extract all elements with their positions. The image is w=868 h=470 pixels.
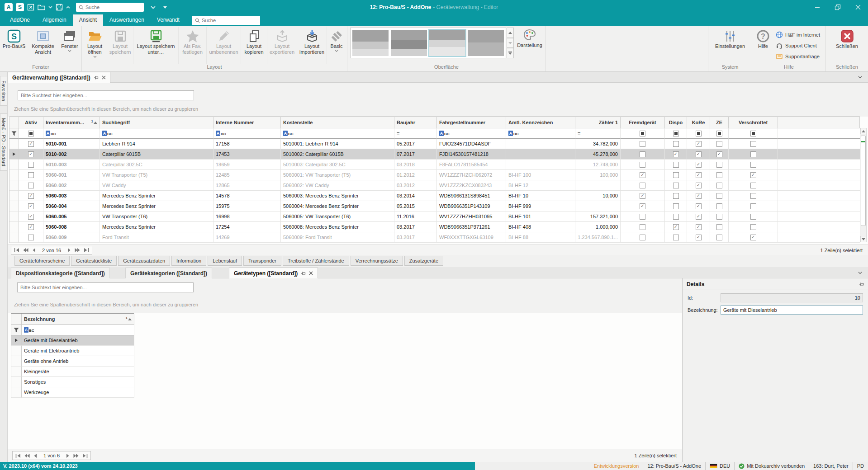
column-header-aktiv[interactable]: Aktiv bbox=[19, 117, 43, 128]
tab-auswertungen[interactable]: Auswertungen bbox=[103, 14, 151, 26]
kore-checkbox[interactable] bbox=[696, 235, 702, 240]
ribbon-button-basic[interactable]: Basic bbox=[327, 27, 346, 64]
cell-fahrgestellnummer[interactable]: FUIO234571DD4ASDF bbox=[437, 139, 506, 149]
scroll-down-button[interactable] bbox=[860, 236, 866, 242]
cell-fremdgeraet[interactable] bbox=[621, 160, 665, 170]
column-header-kore[interactable]: KoRe bbox=[687, 117, 710, 128]
cell-inventarnummer[interactable]: 5060-002 bbox=[43, 180, 100, 191]
verschrottet-checkbox[interactable] bbox=[750, 162, 756, 168]
fremdgeraet-checkbox[interactable] bbox=[640, 235, 645, 240]
filter-cell-verschrottet[interactable] bbox=[729, 128, 778, 139]
column-header-bezeichnung[interactable]: Bezeichnung1 bbox=[22, 314, 134, 325]
ze-checkbox[interactable] bbox=[716, 214, 722, 220]
device-row[interactable]: 5010-002Caterpillar 6015B174535010002: C… bbox=[9, 149, 860, 160]
aktiv-checkbox[interactable] bbox=[28, 214, 34, 220]
detail-tab[interactable]: Transponder bbox=[243, 256, 281, 266]
addone-app-icon[interactable]: A bbox=[5, 3, 13, 11]
cell-zaehler1[interactable]: 10,000 bbox=[575, 191, 621, 201]
detail-tab[interactable]: Zusatzgeräte bbox=[404, 256, 443, 266]
fremdgeraet-checkbox[interactable] bbox=[640, 141, 645, 147]
pager-prev-page-button[interactable] bbox=[21, 247, 29, 254]
filter-cell-kennzeichen[interactable]: ABC bbox=[506, 128, 575, 139]
ribbon-button-hilfe[interactable]: ? Hilfe bbox=[753, 27, 773, 64]
ze-checkbox[interactable] bbox=[716, 193, 722, 199]
aktiv-checkbox[interactable] bbox=[28, 224, 34, 230]
cell-zaehler1[interactable]: 1.000,000 bbox=[575, 222, 621, 232]
filter-cell-zaehler1[interactable]: = bbox=[575, 128, 621, 139]
cell-dispo[interactable] bbox=[665, 212, 687, 222]
device-row[interactable]: 5060-003Mercedes Benz Sprinter1457850600… bbox=[9, 191, 860, 201]
cell-suchbegriff[interactable]: Caterpillar 6015B bbox=[100, 149, 213, 160]
cell-fremdgeraet[interactable] bbox=[621, 212, 665, 222]
cell-inventarnummer[interactable]: 5060-003 bbox=[43, 191, 100, 201]
kore-checkbox[interactable] bbox=[696, 203, 702, 209]
verschrottet-checkbox[interactable] bbox=[750, 235, 756, 240]
cell-zaehler1[interactable]: 34.782,000 bbox=[575, 139, 621, 149]
detail-tab[interactable]: Geräteführerscheine bbox=[14, 256, 70, 266]
cell-zaehler1[interactable]: 45.278,000 bbox=[575, 149, 621, 160]
cell-interne_nummer[interactable]: 17453 bbox=[213, 149, 281, 160]
cell-kostenstelle[interactable]: 5060001: VW Transporter (T5) bbox=[281, 170, 394, 180]
cell-ze[interactable] bbox=[710, 232, 729, 243]
filter-checkbox[interactable] bbox=[696, 131, 702, 136]
cell-kore[interactable] bbox=[687, 191, 710, 201]
cell-suchbegriff[interactable]: Caterpillar 302.5C bbox=[100, 160, 213, 170]
ribbon-button-einstellungen[interactable]: Einstellungen bbox=[713, 27, 747, 64]
cell-kennzeichen[interactable]: BI-HF 100 bbox=[506, 170, 575, 180]
quick-search-box[interactable] bbox=[76, 3, 144, 12]
chevron-down-icon[interactable] bbox=[48, 6, 52, 9]
tab-geraetekategorien[interactable]: Gerätekategorien ([Standard]) bbox=[125, 268, 212, 278]
dispo-checkbox[interactable] bbox=[673, 183, 679, 188]
cell-kennzeichen[interactable] bbox=[506, 160, 575, 170]
verschrottet-checkbox[interactable] bbox=[750, 224, 756, 230]
link-supportanfrage[interactable]: Supportanfrage bbox=[774, 52, 822, 61]
kore-checkbox[interactable] bbox=[696, 151, 702, 157]
cell-aktiv[interactable] bbox=[19, 139, 43, 149]
cell-fahrgestellnummer[interactable]: WV1ZZZ7HZHH031095 bbox=[437, 212, 506, 222]
cell-baujahr[interactable]: 03.2014 bbox=[394, 191, 437, 201]
column-header-kostenstelle[interactable]: Kostenstelle bbox=[281, 117, 394, 128]
cell-ze[interactable] bbox=[710, 222, 729, 232]
filter-cell-kore[interactable] bbox=[687, 128, 710, 139]
cell-aktiv[interactable] bbox=[19, 201, 43, 212]
cell-aktiv[interactable] bbox=[19, 180, 43, 191]
cell-dispo[interactable] bbox=[665, 149, 687, 160]
filter-checkbox[interactable] bbox=[716, 131, 722, 136]
cell-verschrottet[interactable] bbox=[729, 160, 778, 170]
cell-verschrottet[interactable] bbox=[729, 232, 778, 243]
ze-checkbox[interactable] bbox=[716, 151, 722, 157]
filter-cell-baujahr[interactable]: = bbox=[394, 128, 437, 139]
scrollbar-thumb[interactable] bbox=[861, 136, 866, 226]
dispo-checkbox[interactable] bbox=[673, 235, 679, 240]
pin-icon[interactable] bbox=[859, 282, 864, 287]
status-item[interactable]: PD bbox=[853, 462, 868, 470]
cell-bezeichnung[interactable]: Kleingeräte bbox=[22, 367, 134, 377]
cell-ze[interactable] bbox=[710, 201, 729, 212]
cell-interne_nummer[interactable]: 14269 bbox=[213, 232, 281, 243]
cell-interne_nummer[interactable]: 15975 bbox=[213, 201, 281, 212]
cell-ze[interactable] bbox=[710, 160, 729, 170]
cell-interne_nummer[interactable]: 17158 bbox=[213, 139, 281, 149]
fremdgeraet-checkbox[interactable] bbox=[640, 183, 645, 188]
cell-kennzeichen[interactable]: BI-HF 88 bbox=[506, 232, 575, 243]
cell-kostenstelle[interactable]: 5010002: Caterpillar 6015B bbox=[281, 149, 394, 160]
pager-next-page-button[interactable] bbox=[72, 452, 81, 459]
cell-kostenstelle[interactable]: 5060004: Mercedes Benz Sprinter bbox=[281, 201, 394, 212]
id-field[interactable]: 10 bbox=[721, 293, 863, 302]
tab-allgemein[interactable]: Allgemein bbox=[36, 14, 73, 26]
pager-prev-button[interactable] bbox=[31, 452, 39, 459]
cell-inventarnummer[interactable]: 5010-001 bbox=[43, 139, 100, 149]
pager-next-button[interactable] bbox=[64, 452, 72, 459]
type-row[interactable]: Werkzeuge bbox=[11, 387, 134, 398]
types-search-input[interactable] bbox=[20, 285, 190, 290]
cell-verschrottet[interactable] bbox=[729, 212, 778, 222]
cell-dispo[interactable] bbox=[665, 201, 687, 212]
kore-checkbox[interactable] bbox=[696, 193, 702, 199]
cell-kore[interactable] bbox=[687, 222, 710, 232]
cell-kore[interactable] bbox=[687, 212, 710, 222]
cell-inventarnummer[interactable]: 5010-002 bbox=[43, 149, 100, 160]
cell-verschrottet[interactable] bbox=[729, 170, 778, 180]
link-support-client[interactable]: Support Client bbox=[774, 41, 822, 51]
gallery-scroll-down-button[interactable] bbox=[507, 38, 514, 48]
cell-baujahr[interactable]: 07.2017 bbox=[394, 149, 437, 160]
